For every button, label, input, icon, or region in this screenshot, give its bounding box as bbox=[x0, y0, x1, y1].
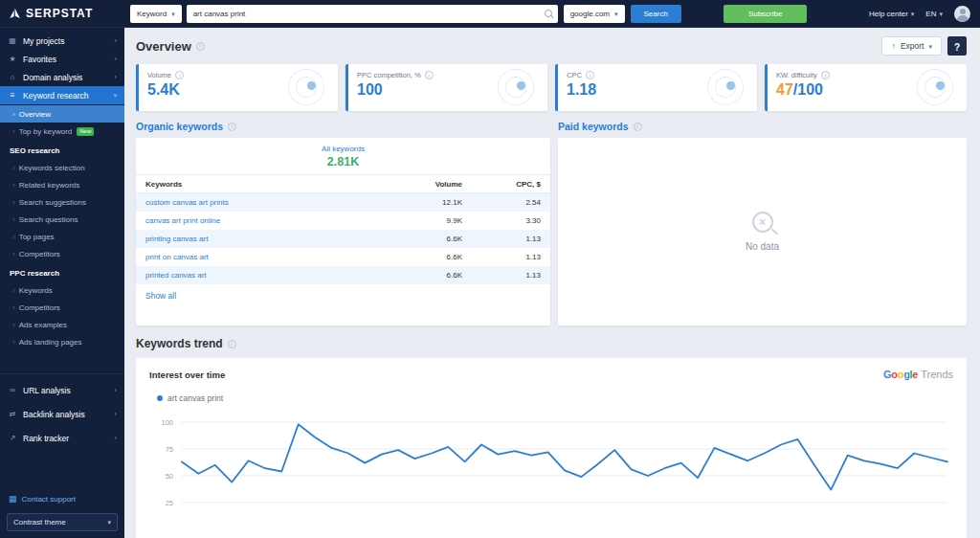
info-icon[interactable] bbox=[821, 71, 830, 79]
sidebar-item-icon: ⌂ bbox=[8, 73, 17, 81]
sidebar-subitem[interactable]: Ads landing pages bbox=[0, 333, 124, 350]
column-cpc: CPC, $ bbox=[462, 180, 541, 189]
subscribe-button[interactable]: Subscribe bbox=[724, 5, 808, 23]
info-icon[interactable] bbox=[425, 71, 434, 79]
sidebar-subitem-label: Overview bbox=[19, 110, 51, 119]
sidebar-subitem[interactable]: Related keywords bbox=[0, 176, 124, 193]
help-center-menu[interactable]: Help center bbox=[869, 10, 914, 18]
keyword-link[interactable]: custom canvas art prints bbox=[145, 198, 384, 207]
support-grid-icon bbox=[9, 494, 17, 504]
header-right: Help center EN bbox=[869, 6, 980, 22]
sidebar-subitem[interactable]: Competitors bbox=[0, 299, 124, 316]
sidebar-menu-bottom: ∞ URL analysis ⇄ Backlink analysis ↗ Ran… bbox=[0, 373, 124, 450]
contrast-theme-select[interactable]: Contrast theme bbox=[7, 513, 118, 531]
sidebar-item-icon: ↗ bbox=[8, 434, 17, 442]
metric-card: Volume 5.4K bbox=[136, 64, 338, 111]
sidebar-subitem[interactable]: Overview bbox=[0, 105, 124, 123]
sidebar-subitem[interactable]: Top by keyword New bbox=[0, 123, 124, 140]
info-icon[interactable] bbox=[175, 71, 184, 79]
keyword-link[interactable]: print on canvas art bbox=[145, 253, 384, 261]
export-arrow-icon bbox=[891, 41, 896, 51]
sidebar-subitem-label: Competitors bbox=[19, 303, 60, 312]
cpc-cell: 1.13 bbox=[462, 235, 541, 243]
volume-cell: 6.6K bbox=[384, 253, 462, 261]
sidebar-item[interactable]: ⇄ Backlink analysis bbox=[0, 402, 124, 426]
keywords-trend-title: Keywords trend bbox=[136, 337, 223, 350]
table-header: Keywords Volume CPC, $ bbox=[136, 175, 550, 193]
keyword-link[interactable]: printed canvas art bbox=[145, 271, 384, 280]
logo[interactable]: SERPSTAT bbox=[0, 7, 124, 20]
sidebar-item-label: Rank tracker bbox=[23, 434, 69, 443]
metric-value: 100 bbox=[357, 81, 383, 98]
keyword-type-value: Keyword bbox=[137, 10, 167, 18]
search-button[interactable]: Search bbox=[631, 5, 681, 23]
sidebar-subitem[interactable]: Ads examples bbox=[0, 316, 124, 333]
keyword-table-rows: custom canvas art prints 12.1K 2.54 canv… bbox=[136, 193, 550, 284]
chevron-down-icon bbox=[614, 11, 618, 17]
search-engine-select[interactable]: google.com bbox=[564, 5, 625, 23]
keyword-type-select[interactable]: Keyword bbox=[130, 5, 182, 23]
sidebar-item-icon: ⇄ bbox=[8, 410, 17, 418]
info-icon[interactable] bbox=[228, 123, 236, 131]
table-row: printing canvas art 6.6K 1.13 bbox=[136, 230, 550, 248]
sidebar-item[interactable]: ≡ Keyword research bbox=[0, 86, 124, 104]
info-icon[interactable] bbox=[586, 71, 594, 79]
keyword-link[interactable]: canvas art print online bbox=[145, 216, 384, 225]
sidebar-subitem[interactable]: Keywords selection bbox=[0, 159, 124, 176]
sidebar-subitem[interactable]: Keywords bbox=[0, 281, 124, 299]
info-icon[interactable] bbox=[196, 42, 205, 51]
metric-suffix: /100 bbox=[793, 81, 823, 98]
sidebar-subitem-label: Related keywords bbox=[19, 181, 80, 190]
sidebar-item[interactable]: ↗ Rank tracker bbox=[0, 426, 124, 450]
sidebar-item[interactable]: ★ Favorites bbox=[0, 50, 124, 68]
sidebar-subitem[interactable]: PPC research bbox=[0, 264, 124, 281]
help-button[interactable] bbox=[947, 36, 967, 56]
sidebar-subitem[interactable]: Top pages bbox=[0, 228, 124, 245]
sidebar-subitem-label: Top pages bbox=[19, 233, 55, 241]
sidebar-item-label: URL analysis bbox=[23, 386, 71, 395]
sidebar-item[interactable]: ⌂ Domain analysis bbox=[0, 68, 124, 86]
chevron-icon bbox=[114, 73, 117, 81]
top-bar: SERPSTAT Keyword google.com Search Subsc… bbox=[0, 0, 980, 28]
sidebar-footer: Contact support Contrast theme bbox=[0, 494, 124, 531]
sidebar-item[interactable]: ▦ My projects bbox=[0, 32, 124, 50]
google-logo: Google bbox=[883, 369, 918, 380]
metric-value: 1.18 bbox=[567, 81, 596, 98]
search-engine-value: google.com bbox=[570, 10, 610, 18]
info-icon[interactable] bbox=[634, 123, 642, 131]
metric-label: Volume bbox=[147, 71, 171, 79]
sidebar-subitem[interactable]: Search questions bbox=[0, 211, 124, 228]
sidebar-item-label: My projects bbox=[23, 36, 64, 46]
all-keywords-label[interactable]: All keywords bbox=[136, 145, 550, 153]
decorative-dot bbox=[726, 81, 735, 90]
serpstat-logo-icon bbox=[9, 8, 21, 20]
chevron-down-icon bbox=[171, 11, 175, 17]
sidebar-subitem[interactable]: Search suggestions bbox=[0, 193, 124, 211]
contact-support-link[interactable]: Contact support bbox=[7, 494, 118, 504]
sidebar: ▦ My projects ★ Favorites ⌂ Domain analy… bbox=[0, 28, 124, 538]
metric-label: CPC bbox=[567, 71, 582, 79]
keywords-trend-header: Keywords trend bbox=[136, 337, 967, 350]
legend-label: art canvas print bbox=[167, 393, 223, 403]
decorative-icon bbox=[917, 69, 953, 105]
search-input[interactable] bbox=[187, 5, 558, 23]
sidebar-item[interactable]: ∞ URL analysis bbox=[0, 378, 124, 402]
sidebar-subitem-label: Competitors bbox=[19, 250, 60, 258]
sidebar-subitem[interactable]: SEO research bbox=[0, 142, 124, 159]
export-button[interactable]: Export bbox=[881, 36, 942, 56]
no-data-text: No data bbox=[746, 241, 779, 252]
table-row: canvas art print online 9.9K 3.30 bbox=[136, 212, 550, 230]
avatar[interactable] bbox=[954, 6, 970, 22]
new-badge: New bbox=[77, 127, 94, 136]
show-all-link[interactable]: Show all bbox=[136, 284, 550, 307]
sidebar-subitem-label: PPC research bbox=[10, 269, 59, 278]
chevron-icon bbox=[114, 36, 117, 45]
info-icon[interactable] bbox=[228, 340, 236, 348]
organic-keywords-title: Organic keywords bbox=[136, 121, 223, 132]
chevron-icon bbox=[114, 410, 117, 418]
language-menu[interactable]: EN bbox=[925, 10, 943, 18]
trends-wordmark: Trends bbox=[921, 369, 953, 380]
metric-card: PPC competition, % 100 bbox=[345, 64, 547, 111]
sidebar-subitem[interactable]: Competitors bbox=[0, 245, 124, 262]
keyword-link[interactable]: printing canvas art bbox=[145, 235, 384, 243]
